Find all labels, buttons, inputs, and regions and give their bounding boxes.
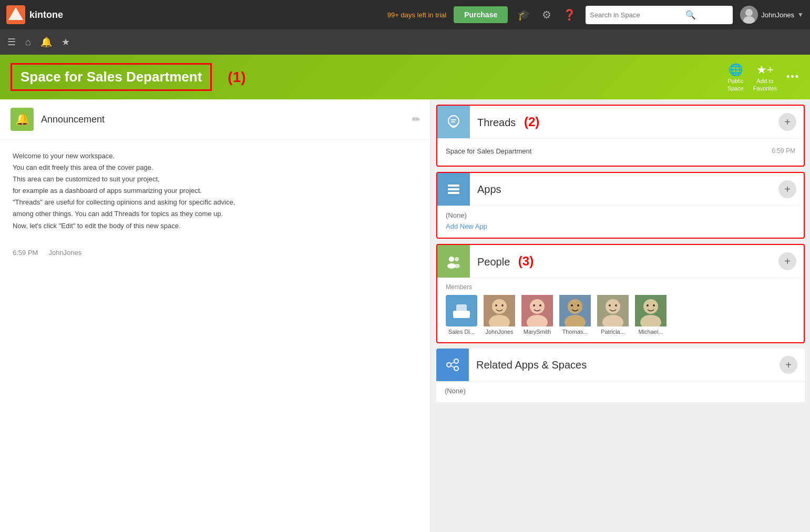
svg-point-5 — [448, 116, 459, 126]
apps-add-button[interactable]: + — [778, 180, 796, 198]
svg-point-11 — [449, 257, 454, 262]
trial-text: 99+ days left in trial — [387, 11, 446, 19]
member-name-1: JohnJones — [485, 329, 513, 335]
space-header: Space for Sales Department (1) 🌐 Public … — [0, 55, 810, 99]
help-icon-button[interactable]: ❓ — [561, 6, 578, 23]
related-widget-body: (None) — [436, 381, 805, 402]
user-dropdown-arrow[interactable]: ▼ — [797, 11, 804, 18]
threads-widget-icon — [437, 106, 470, 138]
svg-rect-10 — [448, 192, 459, 194]
search-icon-button[interactable]: 🔍 — [681, 8, 729, 22]
related-add-button[interactable]: + — [780, 356, 797, 374]
svg-point-18 — [492, 299, 507, 314]
nav-right: 99+ days left in trial Purchase 🎓 ⚙ ❓ 🔍 … — [387, 6, 804, 24]
space-title: Space for Sales Department — [20, 69, 202, 85]
add-new-app-link[interactable]: Add New App — [446, 222, 487, 230]
threads-title: Threads (2) — [470, 115, 778, 129]
member-item: Patricia... — [597, 295, 629, 335]
svg-point-13 — [455, 257, 459, 261]
space-title-box: Space for Sales Department — [11, 63, 212, 91]
people-title: People (3) — [470, 254, 778, 269]
svg-line-46 — [451, 366, 454, 367]
related-widget: Related Apps & Spaces + (None) — [436, 349, 805, 402]
people-label-num: (3) — [518, 254, 534, 268]
body-line-7: Now, let's click "Edit" to edit the body… — [13, 220, 418, 232]
public-space-button[interactable]: 🌐 Public Space — [727, 63, 744, 91]
add-favorites-icon: ★+ — [756, 63, 774, 77]
apps-widget-icon — [437, 173, 470, 206]
member-item: Michael... — [635, 295, 667, 335]
related-title: Related Apps & Spaces — [469, 359, 780, 371]
related-widget-icon — [436, 349, 469, 381]
member-avatar-5[interactable] — [635, 295, 667, 326]
svg-point-40 — [647, 304, 649, 306]
svg-rect-8 — [448, 185, 459, 187]
announcement-title: Announcement — [41, 114, 405, 125]
announcement-footer: 6:59 PM JohnJones — [0, 242, 430, 267]
svg-line-45 — [451, 362, 454, 364]
member-avatar-3[interactable] — [559, 295, 591, 326]
add-favorites-button[interactable]: ★+ Add to Favorites — [753, 63, 777, 91]
learn-icon-button[interactable]: 🎓 — [515, 6, 532, 23]
announcement-icon: 🔔 — [11, 108, 34, 131]
member-name-4: Patricia... — [601, 329, 625, 335]
members-label: Members — [446, 283, 795, 291]
people-widget-header: People (3) + — [437, 245, 804, 278]
body-line-3: This area can be customized to suit your… — [13, 173, 418, 185]
public-space-label2: Space — [727, 85, 744, 91]
member-name-3: Thomas... — [562, 329, 588, 335]
member-item: Thomas... — [559, 295, 591, 335]
user-area: JohnJones ▼ — [740, 6, 804, 24]
apps-title: Apps — [470, 183, 778, 196]
svg-rect-16 — [456, 304, 467, 312]
svg-point-25 — [533, 304, 535, 306]
announcement-timestamp: 6:59 PM — [13, 249, 38, 257]
svg-point-42 — [447, 363, 451, 367]
settings-icon-button[interactable]: ⚙ — [540, 6, 553, 23]
purchase-button[interactable]: Purchase — [454, 6, 508, 23]
search-box: 🔍 — [586, 6, 733, 24]
apps-widget: Apps + (None) Add New App — [436, 172, 805, 239]
favorites-icon-button[interactable]: ★ — [61, 36, 70, 48]
space-header-right: 🌐 Public Space ★+ Add to Favorites ••• — [727, 63, 799, 91]
member-avatar-2[interactable] — [521, 295, 553, 326]
announcement-body: Welcome to your new workspace. You can e… — [0, 140, 430, 242]
more-options-button[interactable]: ••• — [786, 71, 799, 83]
body-line-1: Welcome to your new workspace. — [13, 150, 418, 162]
logo-area: kintone — [6, 5, 63, 24]
avatar — [740, 6, 758, 24]
body-line-4: for example as a dashboard of apps summa… — [13, 185, 418, 197]
left-panel: 🔔 Announcement ✏ Welcome to your new wor… — [0, 99, 431, 532]
kintone-logo-icon — [6, 5, 25, 24]
member-avatar-1[interactable] — [484, 295, 515, 326]
edit-icon-button[interactable]: ✏ — [412, 114, 420, 125]
member-name-0: Sales Di... — [448, 329, 475, 335]
top-nav: kintone 99+ days left in trial Purchase … — [0, 0, 810, 29]
thread-item: Space for Sales Department 6:59 PM — [446, 144, 795, 158]
announcement-header: 🔔 Announcement ✏ — [0, 99, 430, 140]
threads-title-text: Threads — [477, 117, 516, 128]
svg-point-26 — [539, 304, 541, 306]
svg-point-20 — [495, 304, 497, 306]
menu-icon-button[interactable]: ☰ — [7, 36, 16, 48]
body-line-5: "Threads" are useful for collecting opin… — [13, 197, 418, 208]
threads-add-button[interactable]: + — [778, 113, 796, 131]
group-avatar[interactable] — [446, 295, 477, 326]
space-label-num: (1) — [228, 69, 245, 86]
svg-point-30 — [571, 304, 573, 306]
notifications-icon-button[interactable]: 🔔 — [40, 36, 52, 48]
public-space-label: Public — [727, 78, 743, 84]
home-icon-button[interactable]: ⌂ — [25, 37, 31, 48]
threads-label-num: (2) — [524, 115, 539, 129]
threads-widget-header: Threads (2) + — [437, 106, 804, 138]
svg-rect-9 — [448, 188, 459, 190]
member-item: MarySmith — [521, 295, 553, 335]
member-avatar-4[interactable] — [597, 295, 629, 326]
thread-name[interactable]: Space for Sales Department — [446, 147, 531, 155]
svg-point-35 — [609, 304, 611, 306]
people-add-button[interactable]: + — [778, 252, 796, 270]
search-input[interactable] — [590, 11, 678, 19]
people-title-text: People — [477, 256, 510, 268]
apps-widget-header: Apps + — [437, 173, 804, 206]
svg-point-3 — [745, 9, 753, 16]
